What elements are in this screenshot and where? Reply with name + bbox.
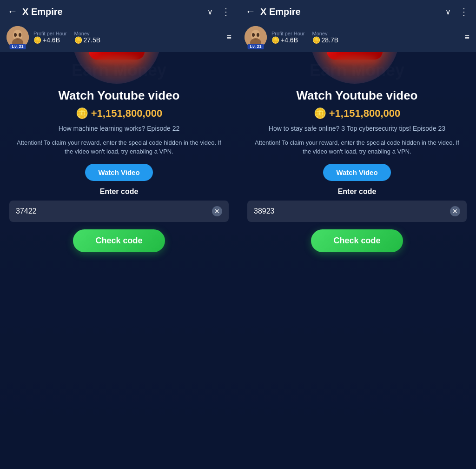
- money-value-right: 🪙 28.7B: [312, 36, 339, 44]
- dots-menu-right[interactable]: ⋮: [459, 6, 469, 17]
- modal-overlay-left: ✕ Watch Youtube video 🪙 +1,151,800,000 H…: [0, 0, 238, 469]
- money-coin-left: 🪙: [74, 36, 82, 44]
- episode-text-right: How to stay safe online? 3 Top cybersecu…: [269, 124, 445, 134]
- menu-hamburger-right[interactable]: ≡: [464, 33, 469, 42]
- chevron-icon-right[interactable]: ∨: [445, 7, 451, 16]
- stats-info-left: Profit per Hour 🪙 +4.6B Money 🪙 27.5B: [33, 31, 222, 44]
- top-bar-right: ← X Empire ∨ ⋮: [238, 0, 476, 23]
- money-stat-right: Money 🪙 28.7B: [312, 31, 339, 44]
- panel-left: ← X Empire ∨ ⋮: [0, 0, 238, 469]
- money-coin-right: 🪙: [312, 36, 320, 44]
- stats-bar-right: Lv. 21 Profit per Hour 🪙 +4.6B Money 🪙 2…: [238, 23, 476, 52]
- yt-shadow-right: [331, 56, 378, 63]
- check-code-button-left[interactable]: Check code: [73, 229, 165, 252]
- reward-text-right: +1,151,800,000: [329, 107, 401, 120]
- modal-content-left: Watch Youtube video 🪙 +1,151,800,000 How…: [0, 88, 238, 252]
- check-code-button-right[interactable]: Check code: [311, 229, 403, 252]
- stats-bar-left: Lv. 21 Profit per Hour 🪙 +4.6B Money 🪙 2…: [0, 23, 238, 52]
- profit-label-right: Profit per Hour: [271, 31, 305, 36]
- episode-text-left: How machine learning works? Episode 22: [59, 124, 180, 134]
- reward-text-left: +1,151,800,000: [91, 107, 163, 120]
- code-input-container-left: ✕: [9, 201, 229, 222]
- yt-shadow-left: [93, 56, 140, 63]
- attention-text-left: Attention! To claim your reward, enter t…: [9, 138, 229, 156]
- app-title-left: X Empire: [22, 7, 203, 17]
- profit-value-left: 🪙 +4.6B: [33, 36, 67, 44]
- attention-text-right: Attention! To claim your reward, enter t…: [247, 138, 467, 156]
- profit-stat-right: Profit per Hour 🪙 +4.6B: [271, 31, 305, 44]
- modal-content-right: Watch Youtube video 🪙 +1,151,800,000 How…: [238, 88, 476, 252]
- modal-title-left: Watch Youtube video: [59, 88, 180, 103]
- clear-code-button-left[interactable]: ✕: [212, 206, 222, 216]
- menu-hamburger-left[interactable]: ≡: [226, 33, 231, 42]
- chevron-icon-left[interactable]: ∨: [207, 7, 213, 16]
- code-input-left[interactable]: [16, 207, 212, 215]
- profit-stat-left: Profit per Hour 🪙 +4.6B: [33, 31, 67, 44]
- modal-title-right: Watch Youtube video: [297, 88, 418, 103]
- money-value-left: 🪙 27.5B: [74, 36, 101, 44]
- svg-point-3: [14, 33, 17, 37]
- svg-point-9: [257, 33, 259, 37]
- profit-label-left: Profit per Hour: [33, 31, 67, 36]
- profit-value-right: 🪙 +4.6B: [271, 36, 305, 44]
- top-bar-left: ← X Empire ∨ ⋮: [0, 0, 238, 23]
- stats-info-right: Profit per Hour 🪙 +4.6B Money 🪙 28.7B: [271, 31, 460, 44]
- enter-code-label-left: Enter code: [100, 188, 139, 196]
- avatar-right: Lv. 21: [245, 26, 267, 48]
- clear-code-button-right[interactable]: ✕: [450, 206, 460, 216]
- app-title-right: X Empire: [260, 7, 441, 17]
- watch-video-button-left[interactable]: Watch Video: [85, 164, 152, 181]
- reward-amount-left: 🪙 +1,151,800,000: [76, 107, 163, 120]
- code-input-container-right: ✕: [247, 201, 467, 222]
- reward-amount-right: 🪙 +1,151,800,000: [314, 107, 401, 120]
- reward-coin-right: 🪙: [314, 107, 326, 120]
- enter-code-label-right: Enter code: [338, 188, 377, 196]
- money-stat-left: Money 🪙 27.5B: [74, 31, 101, 44]
- money-label-left: Money: [74, 31, 101, 36]
- panel-right: ← X Empire ∨ ⋮: [238, 0, 476, 469]
- code-input-right[interactable]: [254, 207, 450, 215]
- level-badge-left: Lv. 21: [10, 44, 26, 49]
- reward-coin-left: 🪙: [76, 107, 88, 120]
- dots-menu-left[interactable]: ⋮: [221, 6, 231, 17]
- profit-coin-left: 🪙: [33, 36, 41, 44]
- modal-overlay-right: ✕ Watch Youtube video 🪙 +1,151,800,000 H…: [238, 0, 476, 469]
- back-button-left[interactable]: ←: [7, 6, 18, 18]
- profit-coin-right: 🪙: [271, 36, 279, 44]
- level-badge-right: Lv. 21: [248, 44, 264, 49]
- svg-point-4: [19, 33, 21, 37]
- svg-point-8: [252, 33, 255, 37]
- money-label-right: Money: [312, 31, 339, 36]
- back-button-right[interactable]: ←: [245, 6, 256, 18]
- avatar-left: Lv. 21: [7, 26, 29, 48]
- watch-video-button-right[interactable]: Watch Video: [323, 164, 390, 181]
